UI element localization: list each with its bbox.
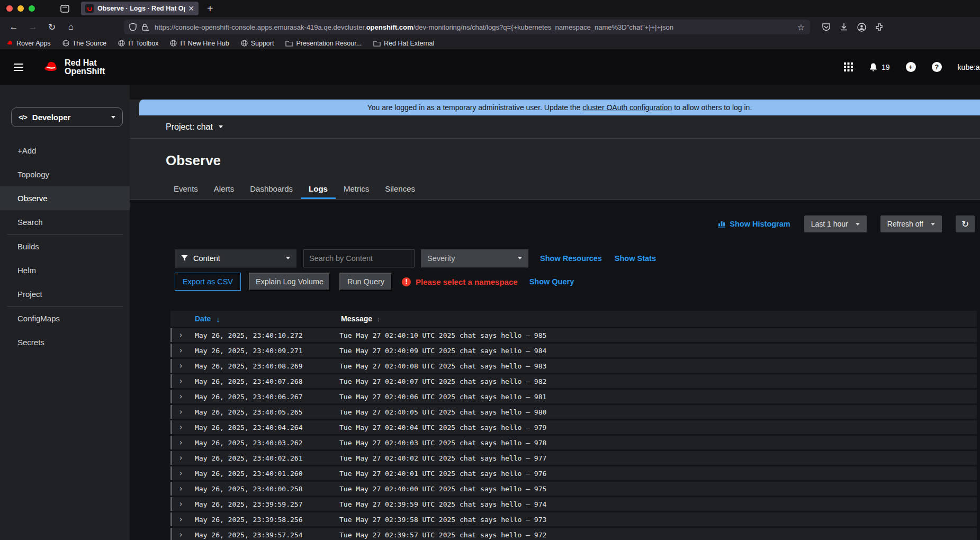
page-tab[interactable]: Dashboards (242, 179, 301, 199)
chevron-right-icon[interactable]: › (172, 453, 195, 463)
sidebar-item[interactable]: Builds (0, 235, 130, 258)
chevron-down-icon (286, 257, 290, 259)
bookmark-item[interactable]: Support (241, 40, 274, 47)
chevron-right-icon[interactable]: › (172, 469, 195, 478)
message-column-header[interactable]: Message ↕ (341, 314, 977, 323)
sidebar-item[interactable]: Topology (0, 163, 130, 186)
chevron-right-icon[interactable]: › (172, 346, 195, 355)
forward-icon[interactable]: → (28, 22, 38, 32)
bookmark-item[interactable]: Rover Apps (6, 40, 51, 47)
sidebar-item[interactable]: Search (0, 210, 130, 234)
account-icon[interactable] (857, 23, 866, 32)
table-row[interactable]: › May 26, 2025, 23:40:08.269 Tue May 27 … (170, 359, 977, 373)
url-bar[interactable]: https://console-openshift-console.apps.e… (124, 20, 810, 34)
traffic-lights[interactable] (6, 5, 35, 12)
home-icon[interactable]: ⌂ (66, 22, 76, 32)
chevron-right-icon[interactable]: › (172, 438, 195, 447)
time-range-dropdown[interactable]: Last 1 hour (804, 215, 867, 232)
table-row[interactable]: › May 26, 2025, 23:40:01.260 Tue May 27 … (170, 466, 977, 480)
chevron-right-icon[interactable]: › (172, 484, 195, 493)
chevron-right-icon[interactable]: › (172, 515, 195, 524)
bookmark-item[interactable]: IT New Hire Hub (170, 40, 229, 47)
page-tab[interactable]: Silences (377, 179, 423, 199)
run-query-button[interactable]: Run Query (339, 273, 392, 291)
pocket-icon[interactable] (822, 23, 831, 31)
table-row[interactable]: › May 26, 2025, 23:39:58.256 Tue May 27 … (170, 512, 977, 526)
chevron-right-icon[interactable]: › (172, 392, 195, 401)
close-tab-icon[interactable]: ✕ (188, 4, 194, 13)
bookmark-star-icon[interactable]: ☆ (797, 22, 805, 32)
page-tab[interactable]: Metrics (336, 179, 377, 199)
export-csv-button[interactable]: Export as CSV (175, 273, 241, 291)
firefox-view-icon[interactable] (60, 5, 69, 13)
table-row[interactable]: › May 26, 2025, 23:40:00.258 Tue May 27 … (170, 482, 977, 496)
bookmark-item[interactable]: Red Hat External (373, 40, 434, 47)
table-row[interactable]: › May 26, 2025, 23:39:57.254 Tue May 27 … (170, 528, 977, 540)
extensions-icon[interactable] (875, 23, 884, 31)
show-resources-link[interactable]: Show Resources (540, 254, 602, 263)
help-icon[interactable]: ? (932, 62, 942, 72)
chevron-right-icon[interactable]: › (172, 422, 195, 432)
page-tab[interactable]: Alerts (206, 179, 242, 199)
lock-warning-icon[interactable] (141, 23, 149, 31)
chevron-right-icon[interactable]: › (172, 499, 195, 509)
bookmark-item[interactable]: The Source (62, 40, 107, 47)
reload-icon[interactable]: ↻ (47, 22, 57, 33)
close-window-button[interactable] (6, 5, 13, 12)
chevron-down-icon[interactable] (219, 125, 223, 128)
sort-icon[interactable]: ↕ (376, 315, 380, 323)
sidebar-item[interactable]: Observe (0, 186, 130, 210)
chevron-right-icon[interactable]: › (172, 530, 195, 539)
chevron-right-icon[interactable]: › (172, 361, 195, 371)
chevron-right-icon[interactable]: › (172, 376, 195, 386)
perspective-label: Developer (32, 113, 71, 122)
table-row[interactable]: › May 26, 2025, 23:40:07.268 Tue May 27 … (170, 374, 977, 388)
shield-icon[interactable] (129, 23, 137, 31)
minimize-window-button[interactable] (17, 5, 24, 12)
table-row[interactable]: › May 26, 2025, 23:40:04.264 Tue May 27 … (170, 420, 977, 434)
sidebar-item[interactable]: ConfigMaps (0, 307, 130, 330)
attribute-filter-dropdown[interactable]: Content (175, 249, 296, 267)
date-column-header[interactable]: Date ↓ (195, 314, 341, 323)
show-query-link[interactable]: Show Query (529, 277, 574, 286)
page-tab[interactable]: Events (166, 179, 206, 199)
maximize-window-button[interactable] (29, 5, 35, 12)
user-menu[interactable]: kube:admin (958, 63, 980, 71)
brand-logo[interactable]: Red Hat OpenShift (41, 59, 105, 76)
refresh-button[interactable]: ↻ (956, 215, 975, 232)
sort-desc-icon[interactable]: ↓ (216, 314, 220, 323)
chevron-right-icon[interactable]: › (172, 407, 195, 417)
chevron-right-icon[interactable]: › (172, 330, 195, 340)
new-tab-button[interactable]: + (207, 3, 213, 15)
sidebar-item[interactable]: Secrets (0, 330, 130, 354)
downloads-icon[interactable] (840, 23, 848, 31)
perspective-switcher[interactable]: </> Developer (11, 107, 123, 127)
table-row[interactable]: › May 26, 2025, 23:40:03.262 Tue May 27 … (170, 436, 977, 449)
table-row[interactable]: › May 26, 2025, 23:40:05.265 Tue May 27 … (170, 405, 977, 419)
table-row[interactable]: › May 26, 2025, 23:40:10.272 Tue May 27 … (170, 328, 977, 342)
show-stats-link[interactable]: Show Stats (615, 254, 656, 263)
cluster-oauth-link[interactable]: cluster OAuth configuration (582, 103, 672, 112)
table-row[interactable]: › May 26, 2025, 23:40:09.271 Tue May 27 … (170, 344, 977, 357)
refresh-interval-dropdown[interactable]: Refresh off (880, 215, 942, 232)
back-icon[interactable]: ← (8, 22, 19, 32)
table-row[interactable]: › May 26, 2025, 23:40:02.261 Tue May 27 … (170, 451, 977, 465)
sidebar-item[interactable]: +Add (0, 139, 130, 163)
bookmark-item[interactable]: IT Toolbox (118, 40, 158, 47)
table-row[interactable]: › May 26, 2025, 23:40:06.267 Tue May 27 … (170, 390, 977, 403)
sidebar-item[interactable]: Helm (0, 258, 130, 282)
app-launcher-icon[interactable] (844, 62, 853, 71)
show-histogram-link[interactable]: Show Histogram (718, 220, 790, 228)
search-input[interactable] (303, 249, 415, 267)
notifications-button[interactable]: 19 (869, 62, 890, 72)
page-tab[interactable]: Logs (301, 179, 336, 199)
project-selector[interactable]: Project: chat (166, 122, 213, 132)
sidebar-item[interactable]: Project (0, 282, 130, 306)
explain-log-volume-button[interactable]: Explain Log Volume (249, 273, 330, 291)
browser-tab[interactable]: Observe · Logs · Red Hat OpenS ✕ (81, 2, 199, 15)
add-icon[interactable]: + (906, 62, 916, 72)
table-row[interactable]: › May 26, 2025, 23:39:59.257 Tue May 27 … (170, 497, 977, 511)
bookmark-item[interactable]: Presentation Resour... (285, 40, 362, 47)
severity-dropdown[interactable]: Severity (421, 249, 528, 267)
menu-toggle-icon[interactable] (14, 64, 23, 71)
